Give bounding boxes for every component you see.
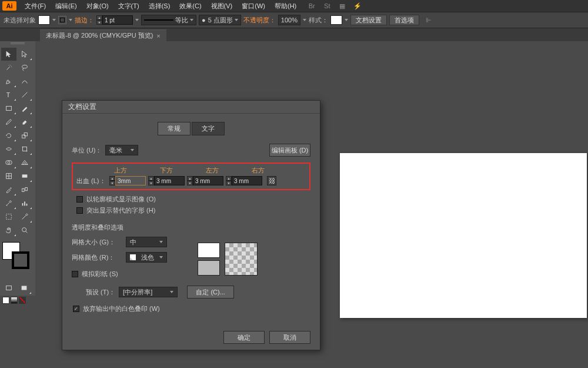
rotate-tool[interactable] <box>1 129 16 142</box>
paintbrush-tool[interactable] <box>17 102 32 115</box>
scale-tool[interactable] <box>17 129 32 142</box>
hand-tool[interactable] <box>1 224 16 237</box>
lasso-tool[interactable] <box>17 61 32 74</box>
highlight-glyphs-checkbox[interactable] <box>76 207 83 214</box>
simulate-paper-label: 模拟彩纸 (S) <box>82 270 118 279</box>
bleed-label: 出血 (L)： <box>76 177 107 185</box>
cancel-button[interactable]: 取消 <box>269 331 310 344</box>
menu-view[interactable]: 视图(V) <box>206 0 238 12</box>
opacity-dd[interactable] <box>303 19 306 21</box>
stroke-label[interactable]: 描边： <box>75 16 94 25</box>
bleed-bottom-input[interactable] <box>154 176 185 185</box>
opacity-label[interactable]: 不透明度： <box>243 16 276 25</box>
screen-mode-toggle[interactable] <box>16 281 32 294</box>
color-mode-gradient[interactable] <box>11 297 18 304</box>
link-bleed-icon[interactable]: ⛓ <box>267 176 276 185</box>
stroke-swatch[interactable] <box>58 16 66 24</box>
svg-rect-16 <box>25 188 28 191</box>
bleed-bottom-stepper[interactable]: ▲▼ <box>148 176 185 185</box>
zoom-tool[interactable] <box>17 224 32 237</box>
stroke-color[interactable] <box>12 251 29 269</box>
curvature-tool[interactable] <box>17 75 32 88</box>
preferences-button[interactable]: 首选项 <box>389 15 419 25</box>
arrange-icon[interactable]: ▦ <box>338 1 347 11</box>
style-dd[interactable] <box>345 19 348 21</box>
stroke-dropdown-arrow[interactable] <box>69 19 72 21</box>
color-mode-solid[interactable] <box>2 297 9 304</box>
ok-button[interactable]: 确定 <box>223 331 265 344</box>
grid-color-preview-light[interactable] <box>198 243 220 258</box>
eraser-tool[interactable] <box>17 115 32 128</box>
selection-tool[interactable] <box>1 48 16 61</box>
type-tool[interactable]: T <box>1 88 16 101</box>
eyedropper-tool[interactable] <box>1 183 16 196</box>
direct-selection-tool[interactable] <box>17 48 32 61</box>
artboard[interactable] <box>340 153 587 318</box>
custom-preset-button[interactable]: 自定 (C)... <box>187 286 234 299</box>
stock-icon[interactable]: St <box>322 1 332 11</box>
toolbox: T <box>0 41 35 296</box>
bleed-right-stepper[interactable]: ▲▼ <box>226 176 262 185</box>
menu-file[interactable]: 文件(F) <box>20 0 51 12</box>
symbol-sprayer-tool[interactable] <box>1 197 16 210</box>
color-panel[interactable] <box>1 241 34 270</box>
pen-tool[interactable] <box>1 75 16 88</box>
stroke-weight-stepper[interactable]: ▲▼ <box>96 15 133 25</box>
menu-object[interactable]: 对象(O) <box>82 0 113 12</box>
bleed-right-input[interactable] <box>232 176 262 185</box>
bleed-left-stepper[interactable]: ▲▼ <box>187 176 223 185</box>
close-tab-icon[interactable]: × <box>156 32 160 39</box>
align-icon[interactable]: ⊩ <box>424 15 433 25</box>
slice-tool[interactable] <box>17 210 32 223</box>
edit-artboard-button[interactable]: 编辑画板 (D) <box>269 144 310 157</box>
gradient-tool[interactable] <box>17 170 32 183</box>
style-swatch[interactable] <box>330 15 342 25</box>
menu-edit[interactable]: 编辑(E) <box>51 0 82 12</box>
weight-dd[interactable] <box>135 19 139 21</box>
shape-builder-tool[interactable] <box>1 156 16 169</box>
simulate-paper-checkbox[interactable] <box>72 271 78 277</box>
width-tool[interactable] <box>1 142 16 155</box>
gpu-icon[interactable]: ⚡ <box>353 1 362 11</box>
svg-rect-21 <box>6 214 12 220</box>
bleed-top-input[interactable] <box>115 176 146 185</box>
stroke-weight-input[interactable] <box>102 15 133 25</box>
fill-dropdown-arrow[interactable] <box>52 19 56 21</box>
line-tool[interactable] <box>17 88 32 101</box>
free-transform-tool[interactable] <box>17 142 32 155</box>
outline-mode-checkbox[interactable] <box>76 196 83 203</box>
artboard-tool[interactable] <box>1 210 16 223</box>
menu-select[interactable]: 选择(S) <box>144 0 175 12</box>
menu-type[interactable]: 文字(T) <box>113 0 144 12</box>
grid-color-select[interactable]: 浅色 <box>126 252 167 263</box>
mesh-tool[interactable] <box>1 170 16 183</box>
bridge-icon[interactable]: Br <box>307 1 316 11</box>
document-setup-button[interactable]: 文档设置 <box>350 15 387 25</box>
magic-wand-tool[interactable] <box>1 61 16 74</box>
grid-color-preview-dark[interactable] <box>198 260 220 276</box>
perspective-tool[interactable] <box>17 156 32 169</box>
grid-size-select[interactable]: 中 <box>126 237 167 247</box>
opacity-field[interactable]: 100% <box>278 15 300 25</box>
tab-general[interactable]: 常规 <box>158 122 191 135</box>
color-mode-none[interactable] <box>19 297 26 304</box>
preset-select[interactable]: [中分辨率] <box>119 287 178 297</box>
bleed-top-stepper[interactable]: ▲▼ <box>109 176 146 185</box>
document-tab[interactable]: 未标题-8 @ 200% (CMYK/GPU 预览) × <box>40 29 166 41</box>
bleed-left-input[interactable] <box>193 176 223 185</box>
fill-swatch[interactable] <box>38 15 50 25</box>
discard-white-checkbox[interactable]: ✓ <box>73 306 79 312</box>
svg-text:T: T <box>6 91 11 98</box>
menu-help[interactable]: 帮助(H) <box>270 0 301 12</box>
stroke-profile[interactable]: 等比 <box>141 15 196 25</box>
unit-select[interactable]: 毫米 <box>105 145 138 155</box>
brush-definition[interactable]: ●5 点圆形 <box>199 15 241 25</box>
tab-text[interactable]: 文字 <box>192 122 225 135</box>
screen-mode-normal[interactable] <box>1 281 16 294</box>
rectangle-tool[interactable] <box>1 102 16 115</box>
graph-tool[interactable] <box>17 197 32 210</box>
blend-tool[interactable] <box>17 183 32 196</box>
menu-effect[interactable]: 效果(C) <box>175 0 206 12</box>
menu-window[interactable]: 窗口(W) <box>237 0 270 12</box>
pencil-tool[interactable] <box>1 115 16 128</box>
